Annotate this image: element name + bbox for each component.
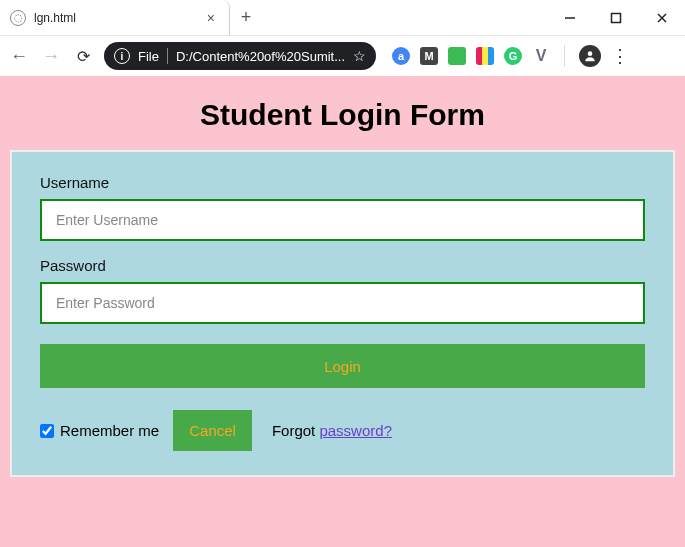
back-button[interactable]: ← (8, 46, 30, 67)
address-bar[interactable]: i File D:/Content%20of%20Sumit... ☆ (104, 42, 376, 70)
globe-icon: ◌ (10, 10, 26, 26)
page-title: Student Login Form (0, 76, 685, 150)
extension-icon-a[interactable]: a (392, 47, 410, 65)
cancel-button[interactable]: Cancel (173, 410, 252, 451)
browser-menu-button[interactable]: ⋮ (611, 45, 629, 67)
bookmark-star-icon[interactable]: ☆ (353, 48, 366, 64)
extension-icon-grammarly[interactable]: G (504, 47, 522, 65)
maximize-button[interactable] (593, 0, 639, 35)
toolbar-separator (564, 45, 565, 67)
close-tab-icon[interactable]: × (203, 10, 219, 26)
login-button[interactable]: Login (40, 344, 645, 388)
password-label: Password (40, 257, 645, 274)
extension-icon-v[interactable]: V (532, 47, 550, 65)
svg-rect-1 (612, 13, 621, 22)
extension-icon-m[interactable]: M (420, 47, 438, 65)
new-tab-button[interactable]: + (230, 0, 262, 35)
remember-me[interactable]: Remember me (40, 422, 159, 439)
forgot-password-link[interactable]: password? (319, 422, 392, 439)
page-viewport: Student Login Form Username Password Log… (0, 76, 685, 547)
svg-point-4 (588, 51, 593, 56)
login-form: Username Password Login Remember me Canc… (10, 150, 675, 477)
url-text: D:/Content%20of%20Sumit... (176, 49, 345, 64)
window-titlebar: ◌ lgn.html × + (0, 0, 685, 36)
site-info-icon[interactable]: i (114, 48, 130, 64)
username-input[interactable] (40, 199, 645, 241)
browser-toolbar: ← → ⟳ i File D:/Content%20of%20Sumit... … (0, 36, 685, 76)
minimize-button[interactable] (547, 0, 593, 35)
forward-button[interactable]: → (40, 46, 62, 67)
forgot-password-text: Forgot password? (272, 422, 392, 439)
extension-icon-colorbars[interactable] (476, 47, 494, 65)
tab-title: lgn.html (34, 11, 195, 25)
extension-icons: a M G V (392, 47, 550, 65)
remember-label: Remember me (60, 422, 159, 439)
form-bottom-row: Remember me Cancel Forgot password? (40, 410, 645, 451)
browser-tab[interactable]: ◌ lgn.html × (0, 0, 230, 35)
reload-button[interactable]: ⟳ (72, 47, 94, 66)
profile-avatar-icon[interactable] (579, 45, 601, 67)
separator (167, 48, 168, 64)
url-scheme-label: File (138, 49, 159, 64)
password-input[interactable] (40, 282, 645, 324)
close-window-button[interactable] (639, 0, 685, 35)
extension-icon-green[interactable] (448, 47, 466, 65)
window-controls (547, 0, 685, 35)
remember-checkbox[interactable] (40, 424, 54, 438)
username-label: Username (40, 174, 645, 191)
